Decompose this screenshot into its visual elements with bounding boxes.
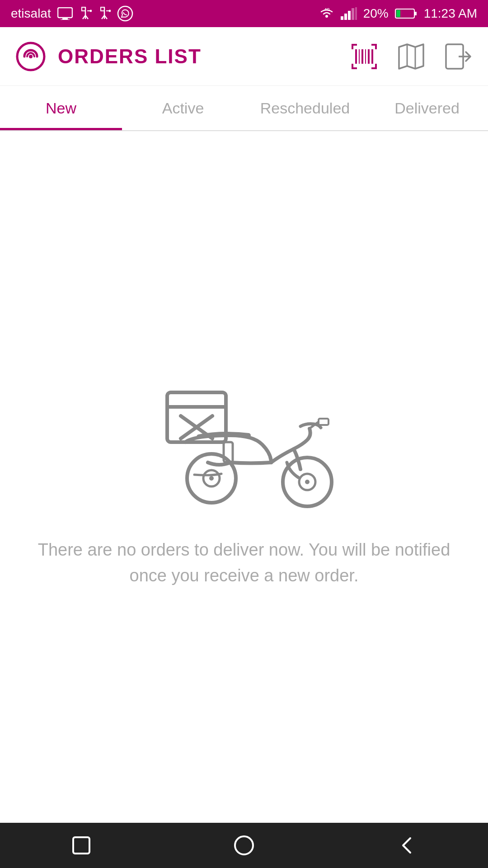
svg-rect-14 — [341, 16, 343, 20]
empty-message: There are no orders to deliver now. You … — [36, 537, 452, 589]
svg-rect-16 — [348, 11, 351, 20]
barcode-scan-button[interactable] — [349, 41, 380, 72]
svg-rect-32 — [355, 49, 357, 64]
svg-rect-29 — [352, 64, 353, 69]
tab-rescheduled[interactable]: Rescheduled — [244, 86, 366, 130]
svg-rect-2 — [61, 19, 70, 20]
status-left: etisalat — [11, 5, 133, 22]
svg-point-10 — [108, 10, 111, 12]
svg-point-12 — [325, 15, 328, 18]
bottom-nav — [0, 823, 488, 868]
svg-rect-55 — [73, 837, 89, 854]
svg-point-6 — [89, 10, 92, 12]
svg-rect-31 — [375, 64, 377, 69]
tab-delivered[interactable]: Delivered — [366, 86, 488, 130]
battery-icon — [395, 8, 418, 19]
nav-home-button[interactable] — [226, 827, 262, 863]
svg-rect-34 — [361, 49, 363, 64]
svg-point-56 — [235, 836, 253, 854]
svg-rect-17 — [352, 8, 354, 20]
svg-point-23 — [29, 55, 33, 58]
tab-new[interactable]: New — [0, 86, 122, 130]
tabs-container: New Active Rescheduled Delivered — [0, 86, 488, 131]
status-bar: etisalat — [0, 0, 488, 27]
nav-back-button[interactable] — [389, 827, 425, 863]
signal-icon — [341, 7, 357, 20]
svg-point-48 — [209, 476, 214, 481]
svg-rect-37 — [371, 49, 373, 64]
svg-rect-21 — [396, 10, 400, 17]
svg-rect-36 — [368, 49, 370, 64]
usb-icon-2 — [98, 6, 111, 21]
main-content: There are no orders to deliver now. You … — [0, 131, 488, 823]
header-icons — [349, 41, 474, 72]
svg-rect-27 — [375, 44, 377, 49]
svg-rect-18 — [355, 7, 357, 20]
logout-button[interactable] — [443, 41, 474, 72]
app-header: ORDERS LIST — [0, 27, 488, 86]
nav-recents-button[interactable] — [63, 827, 99, 863]
svg-point-11 — [118, 6, 132, 21]
empty-state-illustration — [140, 365, 348, 510]
svg-rect-15 — [344, 14, 347, 20]
svg-rect-25 — [352, 44, 353, 49]
svg-rect-54 — [319, 419, 328, 425]
svg-text:4G: 4G — [324, 7, 330, 12]
map-button[interactable] — [396, 41, 427, 72]
battery-percent: 20% — [363, 6, 389, 21]
time-display: 11:23 AM — [424, 6, 477, 21]
tab-active[interactable]: Active — [122, 86, 244, 130]
svg-rect-20 — [414, 12, 417, 15]
status-right: 4G 20% 11:23 AM — [319, 6, 477, 21]
app-logo — [14, 40, 47, 73]
svg-rect-35 — [365, 49, 366, 64]
usb-icon-1 — [79, 6, 92, 21]
page-title: ORDERS LIST — [58, 45, 349, 68]
carrier-name: etisalat — [11, 6, 51, 21]
svg-rect-0 — [58, 8, 72, 18]
svg-rect-33 — [359, 49, 360, 64]
whatsapp-icon — [117, 5, 133, 22]
wifi-icon: 4G — [319, 7, 334, 20]
screen-icon — [57, 7, 73, 20]
svg-point-51 — [305, 480, 310, 484]
svg-rect-1 — [62, 18, 68, 19]
